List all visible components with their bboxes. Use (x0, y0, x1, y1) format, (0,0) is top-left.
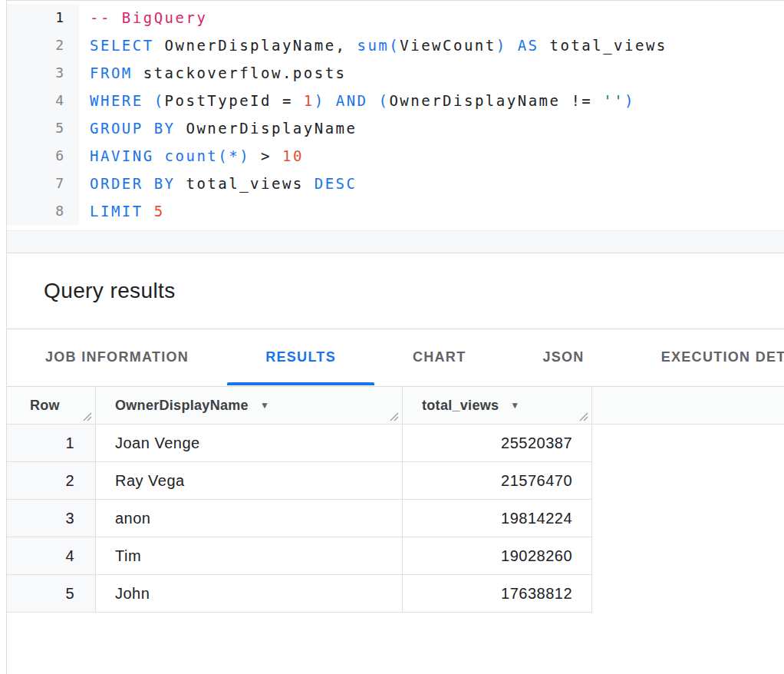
code-token: ORDER BY (90, 175, 176, 192)
table-header-row: RowOwnerDisplayName▼total_views▼ (7, 387, 784, 425)
owner-display-name-cell: anon (96, 500, 403, 537)
code-token: LIMIT (90, 203, 143, 220)
row-number-cell: 2 (7, 462, 96, 500)
line-number: 6 (7, 142, 79, 170)
code-token: total_views (176, 175, 315, 192)
total-views-cell: 17638812 (403, 575, 592, 613)
code-token: OwnerDisplayName, (154, 37, 357, 54)
code-token: (*) (218, 147, 250, 164)
code-token: HAVING (90, 147, 154, 164)
code-line: 4WHERE (PostTypeId = 1) AND (OwnerDispla… (7, 87, 784, 114)
filler-cell (592, 425, 784, 462)
code-token: stackoverflow.posts (133, 64, 347, 81)
code-text[interactable]: SELECT OwnerDisplayName, sum(ViewCount) … (79, 31, 667, 59)
results-table-header: RowOwnerDisplayName▼total_views▼ (7, 387, 784, 425)
total-views-cell: 25520387 (403, 425, 592, 462)
code-line: 5GROUP BY OwnerDisplayName (7, 114, 784, 142)
code-token (325, 92, 336, 109)
code-text[interactable]: GROUP BY OwnerDisplayName (79, 114, 357, 142)
code-token: OwnerDisplayName (176, 120, 357, 137)
results-table-body: 1Joan Venge255203872Ray Vega215764703ano… (7, 425, 784, 613)
code-text[interactable]: FROM stackoverflow.posts (79, 59, 347, 87)
tab-chart[interactable]: CHART (374, 329, 505, 385)
dropdown-arrow-icon[interactable]: ▼ (510, 400, 519, 411)
column-header-label: total_views (422, 398, 499, 414)
row-number-cell: 1 (7, 425, 96, 462)
owner-display-name-cell: John (96, 575, 403, 613)
owner-display-name-cell: Joan Venge (96, 425, 403, 462)
row-number-cell: 3 (7, 500, 96, 537)
column-resize-icon[interactable] (389, 410, 400, 421)
total-views-cell: 21576470 (403, 462, 592, 500)
filler-cell (592, 500, 784, 537)
column-header-total_views[interactable]: total_views▼ (403, 387, 592, 425)
table-row: 1Joan Venge25520387 (7, 425, 784, 462)
results-table: RowOwnerDisplayName▼total_views▼ 1Joan V… (7, 386, 784, 613)
code-line: 7ORDER BY total_views DESC (7, 170, 784, 197)
column-resize-icon[interactable] (82, 410, 93, 421)
code-token: SELECT (90, 37, 154, 54)
line-number: 5 (7, 114, 79, 142)
tab-json[interactable]: JSON (504, 329, 622, 385)
code-token: ) (496, 37, 507, 54)
table-row: 3anon19814224 (7, 500, 784, 537)
code-token: GROUP BY (90, 120, 176, 137)
tab-execution-details[interactable]: EXECUTION DETAILS (623, 329, 784, 385)
row-number-cell: 4 (7, 537, 96, 575)
code-line: 3FROM stackoverflow.posts (7, 59, 784, 87)
tab-results[interactable]: RESULTS (227, 329, 374, 385)
code-token: sum (357, 37, 389, 54)
sql-editor[interactable]: 1-- BigQuery2SELECT OwnerDisplayName, su… (7, 1, 784, 230)
column-header-ownerdisplayname[interactable]: OwnerDisplayName▼ (96, 387, 403, 425)
code-token (143, 203, 154, 220)
code-line: 2SELECT OwnerDisplayName, sum(ViewCount)… (7, 31, 784, 59)
line-number: 4 (7, 87, 79, 114)
sql-code-lines: 1-- BigQuery2SELECT OwnerDisplayName, su… (7, 4, 784, 225)
code-token: ) (315, 92, 325, 109)
code-token: AND (336, 92, 368, 109)
owner-display-name-cell: Ray Vega (96, 462, 403, 500)
code-token: OwnerDisplayName != (389, 92, 603, 109)
row-number-cell: 5 (7, 575, 96, 613)
code-text[interactable]: WHERE (PostTypeId = 1) AND (OwnerDisplay… (79, 87, 635, 114)
code-token: '' (603, 92, 624, 109)
code-text[interactable]: ORDER BY total_views DESC (79, 170, 357, 197)
code-token: WHERE (90, 92, 143, 109)
dropdown-arrow-icon[interactable]: ▼ (260, 400, 269, 411)
code-token: AS (518, 37, 539, 54)
line-number: 2 (7, 31, 79, 59)
table-row: 4Tim19028260 (7, 537, 784, 575)
code-line: 1-- BigQuery (7, 4, 784, 31)
code-token: > (250, 147, 282, 164)
code-text[interactable]: -- BigQuery (79, 4, 207, 31)
code-token: FROM (90, 64, 133, 81)
code-token: total_views (539, 37, 667, 54)
column-resize-icon[interactable] (578, 410, 589, 421)
code-line: 8LIMIT 5 (7, 197, 784, 225)
code-token: 1 (304, 92, 315, 109)
code-token (507, 37, 518, 54)
code-text[interactable]: HAVING count(*) > 10 (79, 142, 304, 170)
code-token: ( (389, 37, 400, 54)
total-views-cell: 19814224 (403, 500, 592, 537)
code-token: DESC (315, 175, 357, 192)
results-tab-bar: JOB INFORMATIONRESULTSCHARTJSONEXECUTION… (7, 329, 784, 385)
query-results-header: Query results (7, 253, 784, 329)
line-number: 8 (7, 197, 79, 225)
total-views-cell: 19028260 (403, 537, 592, 575)
tab-job-information[interactable]: JOB INFORMATION (7, 329, 227, 385)
code-token: count (165, 147, 219, 164)
column-header-row[interactable]: Row (7, 387, 96, 425)
page-title: Query results (44, 279, 176, 303)
column-header-filler (592, 387, 784, 425)
editor-bottom-strip (7, 230, 784, 253)
code-text[interactable]: LIMIT 5 (79, 197, 165, 225)
code-token: ) (624, 92, 635, 109)
code-token: 5 (154, 203, 165, 220)
column-header-label: Row (30, 398, 60, 414)
filler-cell (592, 462, 784, 500)
code-token: -- BigQuery (90, 9, 207, 26)
line-number: 3 (7, 59, 79, 87)
code-token (368, 92, 379, 109)
code-token (143, 92, 154, 109)
